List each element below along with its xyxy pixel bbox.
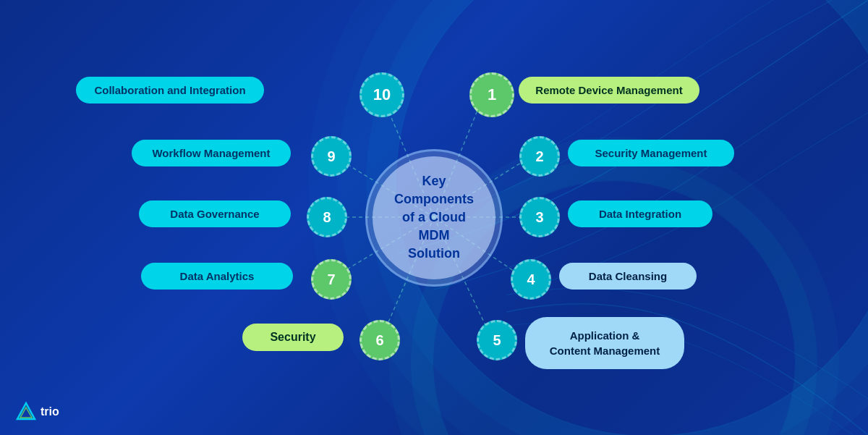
- center-circle: KeyComponentsof a CloudMDMSolution: [365, 149, 503, 287]
- label-workflow: Workflow Management: [132, 140, 291, 166]
- bubble-7: 7: [311, 259, 352, 300]
- center-circle-text: KeyComponentsof a CloudMDMSolution: [373, 156, 495, 279]
- label-data-governance: Data Governance: [139, 200, 291, 227]
- bubble-3: 3: [519, 197, 560, 237]
- main-container: KeyComponentsof a CloudMDMSolution 1 Rem…: [0, 0, 868, 435]
- label-security-mgmt: Security Management: [568, 140, 734, 166]
- label-collaboration: Collaboration and Integration: [76, 77, 264, 104]
- bubble-10: 10: [359, 72, 404, 117]
- label-app-content: Application &Content Management: [525, 317, 684, 369]
- label-data-integration: Data Integration: [568, 200, 712, 227]
- bubble-5: 5: [477, 320, 517, 360]
- logo-text: trio: [41, 405, 59, 418]
- bubble-8: 8: [307, 197, 347, 237]
- label-security: Security: [242, 324, 344, 351]
- trio-logo-icon: [16, 402, 36, 422]
- label-data-cleansing: Data Cleansing: [559, 263, 697, 290]
- svg-marker-10: [17, 403, 35, 419]
- bubble-2: 2: [519, 136, 560, 177]
- label-data-analytics: Data Analytics: [141, 263, 293, 290]
- bubble-9: 9: [311, 136, 352, 177]
- bubble-1: 1: [469, 72, 514, 117]
- trio-logo: trio: [16, 402, 59, 422]
- bubble-6: 6: [359, 320, 400, 360]
- label-remote-device: Remote Device Management: [519, 77, 699, 104]
- bubble-4: 4: [511, 259, 551, 300]
